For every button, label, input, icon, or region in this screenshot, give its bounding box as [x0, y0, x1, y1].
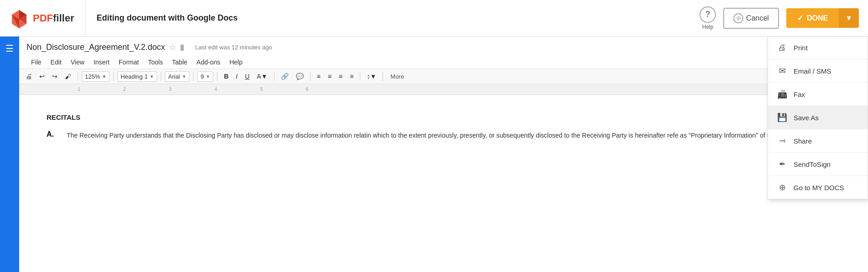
header-doc-title: Editing document with Google Docs	[96, 13, 700, 23]
size-arrow: ▼	[206, 74, 210, 79]
dropdown-item-fax[interactable]: 📠 Fax	[768, 83, 868, 106]
save-icon: 💾	[777, 112, 787, 123]
top-header: PDFfiller Editing document with Google D…	[0, 0, 868, 37]
share-icon: ⤙	[777, 136, 787, 146]
cancel-button[interactable]: ⊕ Cancel	[723, 8, 779, 29]
ruler-mark-6: 6	[306, 87, 309, 92]
last-edit: Last edit was 12 minutes ago	[195, 41, 272, 53]
zoom-select[interactable]: 125% ▼	[82, 71, 110, 82]
star-icon[interactable]: ☆	[169, 42, 176, 52]
para-a-text: The Receiving Party understands that the…	[67, 130, 825, 141]
heading-value: Heading 1	[121, 73, 147, 80]
dropdown-item-save-as[interactable]: 💾 Save As	[768, 106, 868, 129]
separator-9	[383, 72, 383, 81]
done-area: ✓ DONE ▼	[786, 8, 859, 28]
paragraph-a-row: A. The Receiving Party understands that …	[47, 130, 841, 146]
dropdown-item-share[interactable]: ⤙ Share	[768, 129, 868, 153]
help-icon: ?	[700, 6, 716, 23]
ruler: 1 2 3 4 5 6	[19, 84, 868, 95]
redo-btn[interactable]: ↪	[49, 71, 60, 82]
pdfiller-logo-icon	[9, 8, 29, 28]
align-left-btn[interactable]: ≡	[314, 71, 323, 82]
menu-file[interactable]: File	[26, 56, 46, 69]
paint-format-btn[interactable]: 🖌	[62, 71, 74, 82]
para-a-label: A.	[47, 130, 58, 146]
dropdown-share-label: Share	[794, 137, 812, 145]
align-center-btn[interactable]: ≡	[325, 71, 334, 82]
align-right-btn[interactable]: ≡	[336, 71, 345, 82]
dropdown-email-label: Email / SMS	[794, 67, 831, 75]
separator-2	[113, 72, 114, 81]
logo-area: PDFfiller	[9, 0, 85, 36]
link-btn[interactable]: 🔗	[278, 71, 291, 82]
italic-btn[interactable]: I	[233, 71, 241, 82]
underline-btn[interactable]: U	[242, 71, 252, 82]
dropdown-menu: 🖨 Print ✉ Email / SMS 📠 Fax 💾 Save As ⤙ …	[768, 37, 868, 199]
dropdown-go-to-my-docs-label: Go to MY DOCS	[794, 184, 844, 192]
ruler-mark-2: 2	[123, 87, 126, 92]
line-spacing-btn[interactable]: ↕▼	[364, 71, 379, 82]
folder-icon[interactable]: ▮	[180, 42, 184, 52]
size-value: 9	[200, 73, 204, 80]
help-button[interactable]: ? Help	[700, 6, 716, 30]
done-button[interactable]: ✓ DONE	[786, 8, 839, 28]
menu-insert[interactable]: Insert	[89, 56, 114, 69]
heading-arrow: ▼	[149, 74, 154, 79]
menu-tools[interactable]: Tools	[143, 56, 168, 69]
zoom-value: 125%	[85, 73, 100, 80]
dropdown-save-as-label: Save As	[794, 114, 819, 122]
menu-format[interactable]: Format	[114, 56, 143, 69]
recitals-heading: RECITALS	[47, 113, 841, 121]
ruler-mark-1: 1	[78, 87, 80, 92]
menu-table[interactable]: Table	[168, 56, 192, 69]
print-toolbar-btn[interactable]: 🖨	[23, 71, 35, 82]
dropdown-print-label: Print	[794, 44, 808, 52]
font-select[interactable]: Arial ▼	[165, 71, 189, 82]
separator-4	[193, 72, 194, 81]
doc-content[interactable]: RECITALS A. The Receiving Party understa…	[19, 95, 868, 272]
font-arrow: ▼	[182, 74, 186, 79]
menu-edit[interactable]: Edit	[46, 56, 66, 69]
done-dropdown-button[interactable]: ▼	[839, 8, 859, 28]
editor-wrapper: ☰ Non_Disclosure_Agreement_V.2.docx ☆ ▮ …	[0, 37, 868, 272]
comment-btn[interactable]: 💬	[293, 71, 306, 82]
menu-view[interactable]: View	[66, 56, 89, 69]
font-color-btn[interactable]: A▼	[254, 71, 270, 82]
toolbar: 🖨 ↩ ↪ 🖌 125% ▼ Heading 1 ▼ Arial ▼ 9 ▼	[19, 69, 868, 84]
menu-help[interactable]: Help	[225, 56, 247, 69]
separator-6	[274, 72, 274, 81]
logo-text: PDFfiller	[33, 12, 74, 24]
separator-5	[217, 72, 217, 81]
pen-icon: ✒	[777, 159, 787, 169]
bold-btn[interactable]: B	[221, 71, 231, 82]
justify-btn[interactable]: ≡	[347, 71, 356, 82]
dropdown-fax-label: Fax	[794, 91, 805, 98]
cancel-circle-icon: ⊕	[733, 13, 743, 23]
undo-btn[interactable]: ↩	[37, 71, 47, 82]
dropdown-item-email-sms[interactable]: ✉ Email / SMS	[768, 59, 868, 83]
size-select[interactable]: 9 ▼	[197, 71, 213, 82]
more-button[interactable]: More	[387, 71, 408, 82]
separator-8	[360, 72, 360, 81]
email-icon: ✉	[777, 66, 787, 76]
dropdown-item-send-to-sign[interactable]: ✒ SendToSign	[768, 153, 868, 176]
sidebar-toggle[interactable]: ☰	[0, 37, 19, 272]
dropdown-send-to-sign-label: SendToSign	[794, 160, 831, 168]
dropdown-item-go-to-my-docs[interactable]: ⊕ Go to MY DOCS	[768, 176, 868, 199]
header-right: ? Help ⊕ Cancel ✓ DONE ▼	[700, 6, 859, 30]
hamburger-icon: ☰	[5, 43, 14, 54]
separator-7	[310, 72, 310, 81]
dropdown-item-print[interactable]: 🖨 Print	[768, 37, 868, 59]
doc-bar: Non_Disclosure_Agreement_V.2.docx ☆ ▮ La…	[19, 37, 868, 69]
doc-filename: Non_Disclosure_Agreement_V.2.docx	[26, 43, 165, 52]
cancel-label: Cancel	[746, 14, 769, 22]
separator-1	[78, 72, 78, 81]
ruler-mark-3: 3	[169, 87, 172, 92]
menu-bar: File Edit View Insert Format Tools Table…	[26, 56, 861, 69]
heading-select[interactable]: Heading 1 ▼	[117, 71, 157, 82]
separator-3	[161, 72, 161, 81]
font-value: Arial	[168, 73, 180, 80]
menu-addons[interactable]: Add-ons	[192, 56, 225, 69]
fax-icon: 📠	[777, 89, 787, 99]
zoom-arrow: ▼	[102, 74, 106, 79]
